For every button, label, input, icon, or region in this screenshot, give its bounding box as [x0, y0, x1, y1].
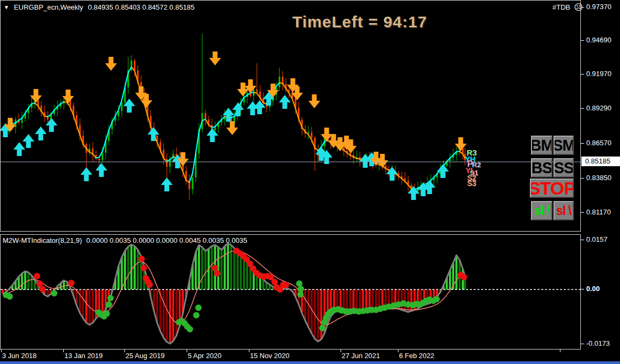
candle-body: [102, 153, 104, 160]
buy-arrow-icon: [247, 101, 259, 115]
indicator-pane[interactable]: M2W-MTIndicator(8,21,9) 0.0000 0.0035 0.…: [0, 234, 581, 350]
ohlc-values: 0.84935 0.85403 0.84572 0.85185: [88, 3, 195, 11]
main-chart-pane[interactable]: R3YHPR2YLS1S2S3: [0, 0, 581, 232]
price-tick-label: 0.97370: [586, 3, 611, 11]
chevron-down-icon[interactable]: ▼: [4, 4, 9, 10]
symbol-period-label: EURGBP_ecn,Weekly: [14, 3, 83, 11]
price-tick-label: 0.91970: [586, 70, 611, 78]
histogram-bar: [320, 289, 322, 339]
histogram-bar: [166, 289, 168, 342]
momentum-dot-green: [319, 325, 326, 331]
timeleft-countdown-label: TimeLeft = 94:17: [292, 13, 427, 31]
histogram-bar: [372, 289, 374, 309]
momentum-dot-green: [106, 301, 112, 308]
histogram-bar: [101, 289, 104, 313]
momentum-dot-red: [141, 265, 147, 271]
date-tick-label: 27 Jun 2021: [342, 352, 380, 360]
date-tick-mark: [124, 350, 125, 352]
histogram-bar: [121, 257, 123, 289]
buy-arrow-icon: [161, 177, 173, 191]
histogram-bar: [21, 273, 23, 289]
sell-arrow-icon: [105, 57, 117, 71]
histogram-bar: [317, 289, 319, 341]
tdb-label: #TDB: [552, 3, 570, 11]
momentum-dot-green: [187, 326, 193, 332]
buy-arrow-icon: [80, 167, 92, 181]
date-tick-mark: [560, 350, 560, 352]
histogram-bar: [349, 289, 351, 310]
date-tick-mark: [1, 350, 2, 352]
momentum-dot-green: [193, 312, 200, 318]
date-tick-label: 13 Jan 2019: [64, 352, 103, 360]
momentum-dot-red: [283, 282, 289, 288]
window-bottom-strip: [0, 361, 620, 364]
candle-body: [311, 132, 313, 138]
histogram-bar: [346, 289, 348, 309]
histogram-bar: [401, 289, 403, 310]
histogram-bar: [385, 289, 387, 307]
buy-arrow-icon: [23, 134, 34, 148]
momentum-dot-green: [107, 295, 114, 301]
histogram-bar: [224, 246, 226, 289]
histogram-bar: [201, 247, 203, 289]
indicator-canvas[interactable]: [1, 235, 581, 350]
date-tick-mark: [249, 350, 249, 352]
histogram-bar: [368, 289, 371, 308]
histogram-bar: [243, 258, 245, 289]
mt4-chart-window: R3YHPR2YLS1S2S3 ▼ EURGBP_ecn,Weekly 0.84…: [0, 0, 620, 364]
chart-header: ▼ EURGBP_ecn,Weekly 0.84935 0.85403 0.84…: [4, 3, 195, 11]
candle-body: [192, 177, 194, 189]
buy-arrow-icon: [437, 164, 449, 178]
current-price-badge: 0.85185: [581, 157, 620, 166]
stoploss-up-button[interactable]: sl /: [531, 201, 552, 220]
histogram-bar: [237, 251, 239, 289]
date-tick-label: 25 Aug 2019: [126, 352, 165, 360]
price-tick-label: 0.86570: [586, 139, 611, 147]
buy-market-button[interactable]: BM: [531, 136, 552, 155]
histogram-bar: [404, 289, 406, 311]
price-axis: 0.85185 0.973700.946900.919700.892900.86…: [581, 0, 620, 350]
price-tick-mark: [581, 240, 584, 240]
stoploss-down-button[interactable]: sl \: [553, 201, 574, 220]
momentum-dot-red: [68, 280, 75, 286]
histogram-bar: [407, 289, 409, 312]
histogram-bar: [24, 271, 26, 289]
histogram-bar: [455, 255, 457, 289]
sell-stop-button[interactable]: SS: [553, 158, 574, 177]
momentum-dot-green: [51, 290, 57, 296]
price-tick-label: 0.83850: [586, 174, 611, 182]
candle-body: [215, 127, 216, 130]
price-tick-mark: [581, 289, 584, 289]
momentum-dot-red: [138, 256, 145, 262]
histogram-bar: [82, 289, 84, 318]
date-tick-mark: [398, 350, 398, 352]
histogram-bar: [127, 247, 129, 289]
candle-body: [166, 159, 168, 167]
sell-arrow-icon: [226, 121, 238, 135]
price-tick-mark: [581, 74, 584, 75]
price-tick-label: 0.94690: [586, 36, 611, 44]
date-tick-label: 5 Apr 2020: [188, 352, 222, 360]
histogram-bar: [175, 289, 178, 336]
histogram-bar: [163, 289, 165, 338]
price-tick-mark: [581, 143, 584, 144]
buy-arrow-icon: [46, 118, 57, 132]
histogram-bar: [85, 289, 87, 323]
date-tick-mark: [63, 350, 64, 352]
histogram-bar: [311, 289, 313, 333]
momentum-dot-red: [461, 274, 467, 280]
price-tick-label: -0.0173: [586, 339, 610, 347]
price-tick-label: 0.0157: [586, 235, 608, 243]
histogram-bar: [359, 289, 361, 311]
histogram-bar: [137, 250, 139, 289]
sell-market-button[interactable]: SM: [553, 136, 574, 155]
indicator-header: M2W-MTIndicator(8,21,9) 0.0000 0.0035 0.…: [3, 236, 247, 244]
histogram-bar: [134, 246, 136, 289]
stop-button[interactable]: STOP: [530, 179, 574, 198]
histogram-bar: [233, 248, 235, 289]
candle-body: [279, 77, 281, 87]
buy-stop-button[interactable]: BS: [531, 158, 552, 177]
price-chart-canvas[interactable]: [1, 1, 581, 232]
sad-face-icon: ☹: [574, 4, 583, 11]
price-tick-label: 0.00: [586, 285, 600, 293]
